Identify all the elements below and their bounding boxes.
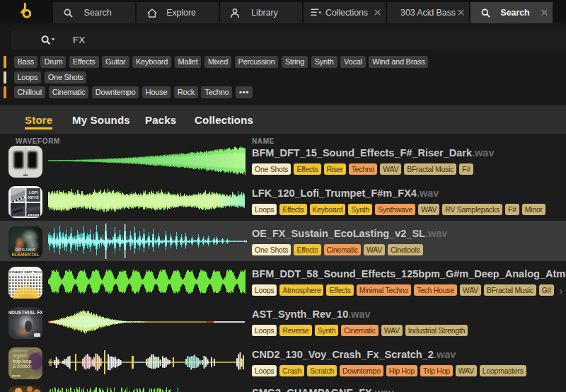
svg-text:volume 2: volume 2 bbox=[33, 350, 41, 352]
svg-text:NDUSTRIAL FX: NDUSTRIAL FX bbox=[8, 310, 42, 315]
svg-text:organic: organic bbox=[13, 353, 28, 359]
svg-text:LOFI: LOFI bbox=[29, 190, 38, 195]
svg-text:KEYS: KEYS bbox=[28, 195, 40, 200]
svg-text:loopmasters pres.: loopmasters pres. bbox=[12, 350, 28, 352]
svg-text:& scratch: & scratch bbox=[13, 364, 32, 369]
svg-text:DYNAMIC DEEP TECH: DYNAMIC DEEP TECH bbox=[9, 270, 42, 274]
svg-text:ELEMENTAL: ELEMENTAL bbox=[11, 252, 39, 257]
